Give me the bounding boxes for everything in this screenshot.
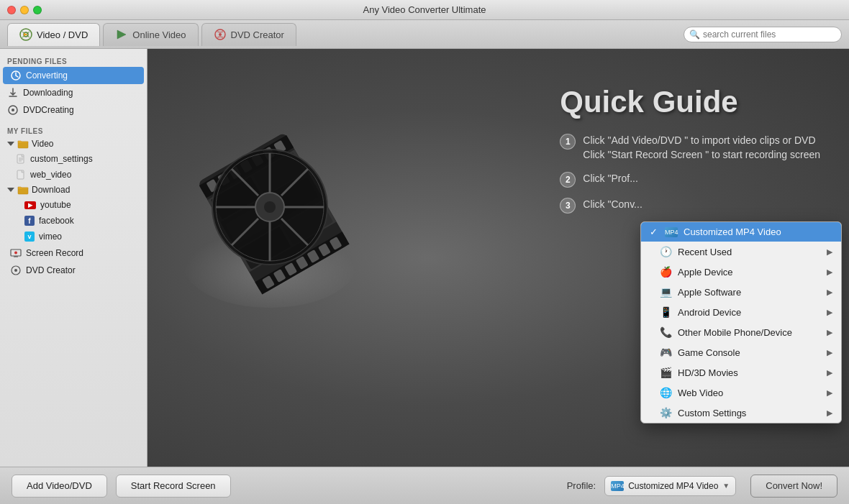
svg-point-22	[14, 269, 17, 272]
app-title: Any Video Converter Ultimate	[363, 4, 486, 15]
dropdown-item-recent-used[interactable]: 🕐 Recent Used ▶	[641, 242, 841, 262]
web-video-label: web_video	[30, 170, 71, 180]
recent-used-icon: 🕐	[660, 246, 672, 257]
file-icon	[16, 154, 26, 164]
downloading-label: Downloading	[23, 88, 73, 98]
film-reel-illustration	[162, 63, 378, 324]
profile-select[interactable]: MP4 Customized MP4 Video ▼	[604, 476, 736, 496]
titlebar: Any Video Converter Ultimate	[0, 0, 849, 20]
maximize-button[interactable]	[33, 6, 42, 14]
guide-step-2-text: Click "Prof...	[583, 172, 638, 186]
web-video-arrow: ▶	[827, 388, 832, 398]
profile-label: Profile:	[567, 480, 596, 491]
android-arrow: ▶	[827, 308, 832, 317]
sidebar-folder-video[interactable]: Video	[0, 137, 147, 151]
apple-device-arrow: ▶	[827, 267, 832, 277]
folder-icon	[17, 139, 29, 149]
guide-step-3: 3 Click "Conv...	[560, 198, 820, 214]
profile-select-value: Customized MP4 Video	[628, 481, 718, 491]
custom-settings-arrow: ▶	[827, 408, 832, 418]
guide-number-1: 1	[560, 134, 576, 150]
dropdown-item-apple-software[interactable]: 💻 Apple Software ▶	[641, 282, 841, 302]
dropdown-item-apple-device[interactable]: 🍎 Apple Device ▶	[641, 262, 841, 282]
vimeo-icon: v	[24, 232, 35, 242]
tab-video-dvd[interactable]: Video / DVD	[7, 23, 100, 46]
apple-device-label: Apple Device	[678, 267, 733, 278]
customized-mp4-label: Customized MP4 Video	[684, 226, 781, 237]
search-container: 🔍	[684, 27, 842, 42]
other-mobile-label: Other Mobile Phone/Device	[678, 327, 792, 338]
dropdown-item-hd-3d-movies[interactable]: 🎬 HD/3D Movies ▶	[641, 362, 841, 382]
profile-select-arrow-icon: ▼	[722, 482, 730, 490]
dropdown-item-android-device[interactable]: 📱 Android Device ▶	[641, 302, 841, 322]
sidebar-item-converting[interactable]: Converting	[3, 67, 144, 84]
hd-3d-arrow: ▶	[827, 368, 832, 377]
sidebar-item-youtube[interactable]: ▶ youtube	[0, 197, 147, 213]
apple-software-arrow: ▶	[827, 288, 832, 297]
convert-now-button[interactable]: Convert Now!	[750, 475, 837, 498]
sidebar-item-custom-settings[interactable]: custom_settings	[0, 151, 147, 167]
tab-online-video-label: Online Video	[132, 29, 186, 40]
dropdown-item-game-console[interactable]: 🎮 Game Console ▶	[641, 342, 841, 362]
android-device-label: Android Device	[678, 307, 741, 318]
dvd-creator-label: DVD Creator	[26, 265, 76, 275]
content-area: Quick Guide 1 Click "Add Video/DVD " to …	[147, 49, 849, 467]
tab-dvd-creator-label: DVD Creator	[231, 29, 284, 40]
dropdown-item-custom-settings[interactable]: ⚙️ Custom Settings ▶	[641, 403, 841, 423]
apple-software-label: Apple Software	[678, 287, 741, 298]
minimize-button[interactable]	[20, 6, 29, 14]
add-video-button[interactable]: Add Video/DVD	[12, 475, 107, 498]
web-video-dropdown-label: Web Video	[678, 388, 723, 398]
vimeo-label: vimeo	[39, 232, 62, 242]
sidebar: PENDING FILES Converting Downloading DVD…	[0, 49, 147, 467]
start-record-button[interactable]: Start Record Screen	[116, 475, 231, 498]
dvdcreating-label: DVDCreating	[23, 105, 74, 115]
sidebar-item-downloading[interactable]: Downloading	[0, 84, 147, 101]
bottom-toolbar: Add Video/DVD Start Record Screen Profil…	[0, 467, 849, 504]
traffic-lights	[7, 6, 42, 14]
mp4-icon: MP4	[665, 227, 678, 237]
dvd-creator-icon	[214, 28, 227, 41]
close-button[interactable]	[7, 6, 16, 14]
download-expand-icon	[7, 188, 14, 192]
profile-dropdown-menu: ✓ MP4 Customized MP4 Video 🕐 Recent Used…	[640, 221, 842, 423]
tab-dvd-creator[interactable]: DVD Creator	[201, 23, 296, 46]
guide-step-1: 1 Click "Add Video/DVD " to import video…	[560, 134, 820, 162]
sidebar-item-vimeo[interactable]: v vimeo	[0, 229, 147, 244]
svg-point-18	[14, 252, 17, 255]
sidebar-item-screen-record[interactable]: Screen Record	[0, 244, 147, 262]
tabbar: Video / DVD Online Video DVD Creator 🔍	[0, 20, 849, 49]
video-folder-label: Video	[32, 139, 53, 149]
screen-record-icon	[10, 247, 22, 259]
svg-rect-10	[18, 142, 28, 148]
download-folder-icon	[17, 185, 29, 195]
settings-icon: ⚙️	[660, 407, 672, 418]
custom-settings-dropdown-label: Custom Settings	[678, 408, 746, 418]
apple-software-icon: 💻	[660, 286, 672, 298]
screen-record-label: Screen Record	[26, 248, 83, 258]
guide-step-1-text: Click "Add Video/DVD " to import video c…	[583, 134, 820, 162]
sidebar-item-dvd-creator[interactable]: DVD Creator	[0, 262, 147, 279]
sidebar-item-dvdcreating[interactable]: DVDCreating	[0, 101, 147, 119]
youtube-label: youtube	[40, 200, 71, 210]
quick-guide-title: Quick Guide	[560, 85, 820, 119]
sidebar-folder-download[interactable]: Download	[0, 183, 147, 197]
svg-point-53	[264, 201, 276, 213]
svg-point-9	[12, 109, 14, 111]
dropdown-item-customized-mp4[interactable]: ✓ MP4 Customized MP4 Video	[641, 222, 841, 242]
search-input[interactable]	[684, 27, 842, 42]
apple-device-icon: 🍎	[660, 266, 672, 278]
dropdown-item-other-mobile[interactable]: 📞 Other Mobile Phone/Device ▶	[641, 322, 841, 342]
main-layout: PENDING FILES Converting Downloading DVD…	[0, 49, 849, 467]
tab-video-dvd-label: Video / DVD	[37, 29, 88, 40]
profile-select-icon: MP4	[611, 481, 624, 491]
sidebar-item-web-video[interactable]: web_video	[0, 167, 147, 183]
online-video-icon	[115, 28, 128, 41]
hd-3d-movies-label: HD/3D Movies	[678, 367, 738, 378]
tab-online-video[interactable]: Online Video	[103, 23, 198, 46]
sidebar-item-facebook[interactable]: f facebook	[0, 213, 147, 229]
dropdown-item-web-video[interactable]: 🌐 Web Video ▶	[641, 382, 841, 403]
android-icon: 📱	[660, 306, 672, 318]
svg-marker-3	[117, 30, 126, 39]
recent-used-label: Recent Used	[678, 247, 732, 257]
